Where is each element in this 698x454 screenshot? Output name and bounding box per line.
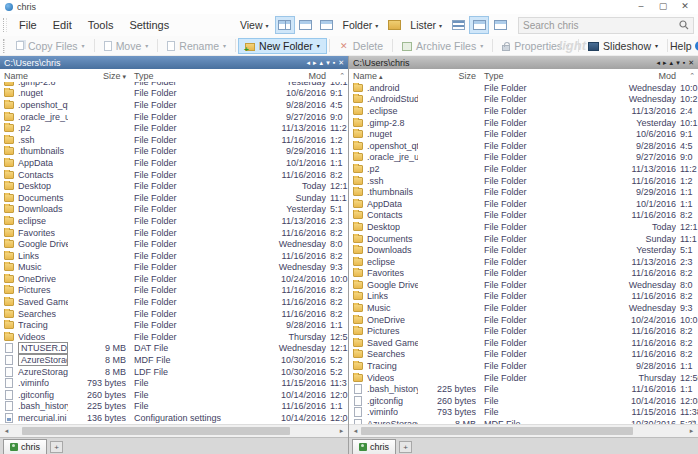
column-header-mod[interactable]: Mod: [602, 71, 676, 81]
back-icon[interactable]: ◂: [307, 56, 311, 69]
column-header-type[interactable]: Type: [476, 71, 602, 81]
up-icon[interactable]: ▴: [320, 56, 324, 69]
file-row[interactable]: .viminfo793 bytesFile11/15/201611:38: [349, 407, 698, 419]
move-button[interactable]: Move▾: [97, 38, 156, 54]
pane-close-icon[interactable]: ✕: [338, 56, 344, 69]
file-row[interactable]: DocumentsFile FolderSunday11:1: [0, 192, 348, 204]
menu-item-edit[interactable]: Edit: [45, 19, 80, 31]
file-row[interactable]: DesktopFile FolderToday12:1: [349, 221, 698, 233]
search-input[interactable]: [523, 20, 679, 31]
archive-files-button[interactable]: Archive Files▾: [395, 38, 490, 54]
new-tab-button[interactable]: +: [399, 441, 412, 453]
file-row[interactable]: ContactsFile Folder11/16/20168:2: [349, 210, 698, 222]
file-row[interactable]: AzureStorageEmulatorDb45_log.ldf8 MBLDF …: [0, 366, 348, 378]
scroll-left-icon[interactable]: ◂: [1, 425, 12, 437]
file-row[interactable]: .gitconfig260 bytesFile10/14/201612:08: [349, 395, 698, 407]
options-icon[interactable]: ▪: [333, 56, 335, 69]
file-row[interactable]: TracingFile Folder9/28/20161:1: [349, 360, 698, 372]
column-header-type[interactable]: Type: [126, 71, 252, 81]
menu-item-file[interactable]: File: [11, 19, 45, 31]
file-row[interactable]: NTUSER.DAT9 MBDAT FileWednesday12:1: [0, 343, 348, 355]
file-row[interactable]: .p2File Folder11/13/201611:2: [0, 122, 348, 134]
pane-tab-chris[interactable]: chris: [352, 439, 396, 454]
file-row[interactable]: SearchesFile Folder11/16/20168:2: [0, 308, 348, 320]
file-row[interactable]: AppDataFile Folder10/1/20161:1: [349, 198, 698, 210]
file-row[interactable]: MusicFile FolderWednesday9:3: [349, 302, 698, 314]
copy-files-button[interactable]: Copy Files▾: [9, 38, 92, 54]
file-row[interactable]: .gimp-2.8File FolderYesterday10:1: [0, 82, 348, 88]
down-icon[interactable]: ▾: [326, 56, 330, 69]
file-row[interactable]: VideosFile FolderThursday12:5: [0, 331, 348, 343]
file-row[interactable]: AzureStorageEmulatorDb45.mdf8 MBMDF File…: [0, 354, 348, 366]
up-icon[interactable]: ▴: [670, 56, 674, 69]
options-icon[interactable]: ▪: [683, 56, 685, 69]
down-icon[interactable]: ▾: [676, 56, 680, 69]
horizontal-scrollbar[interactable]: ◂▸: [0, 424, 348, 437]
forward-icon[interactable]: ▸: [663, 56, 667, 69]
scroll-right-icon[interactable]: ▸: [336, 425, 347, 437]
file-row[interactable]: Saved GamesFile Folder11/16/20168:2: [0, 296, 348, 308]
file-row[interactable]: .AndroidStudio2.2File FolderWednesday10:…: [349, 94, 698, 106]
lister-list-button[interactable]: [469, 16, 489, 34]
view-single-pane-button[interactable]: [296, 16, 316, 34]
file-row[interactable]: MusicFile FolderWednesday9:3: [0, 262, 348, 274]
scroll-up-icon[interactable]: ⌃: [676, 72, 698, 80]
file-row[interactable]: LinksFile Folder11/16/20168:2: [0, 250, 348, 262]
scroll-down-icon[interactable]: ⌄: [340, 416, 346, 424]
menu-item-settings[interactable]: Settings: [121, 19, 177, 31]
file-row[interactable]: DownloadsFile FolderYesterday5:1: [349, 244, 698, 256]
file-row[interactable]: .gitconfig260 bytesFile10/14/201612:0: [0, 389, 348, 401]
file-row[interactable]: .nugetFile Folder10/6/20169:1: [0, 88, 348, 100]
horizontal-scrollbar[interactable]: ◂▸: [349, 424, 698, 437]
column-header-size[interactable]: Size: [418, 71, 476, 81]
file-row[interactable]: .bash_history225 bytesFile11/16/20161:1: [349, 383, 698, 395]
file-row[interactable]: .openshot_qtFile Folder9/28/20164:5: [0, 99, 348, 111]
scroll-up-icon[interactable]: ⌃: [326, 72, 348, 80]
forward-icon[interactable]: ▸: [313, 56, 317, 69]
pane-close-icon[interactable]: ✕: [688, 56, 694, 69]
file-row[interactable]: .thumbnailsFile Folder9/29/20161:1: [0, 146, 348, 158]
pane-tab-chris[interactable]: chris: [3, 439, 47, 454]
new-tab-button[interactable]: +: [50, 441, 63, 453]
new-folder-button[interactable]: New Folder▾: [238, 38, 327, 54]
scroll-left-icon[interactable]: ◂: [350, 425, 361, 437]
help-button[interactable]: Help ? ▾: [670, 40, 698, 52]
file-row[interactable]: mercurial.ini136 bytesConfiguration sett…: [0, 412, 348, 424]
file-row[interactable]: .p2File Folder11/13/201611:2: [349, 163, 698, 175]
column-header-size[interactable]: Size ▾: [68, 71, 126, 81]
file-row[interactable]: DownloadsFile FolderYesterday5:1: [0, 204, 348, 216]
delete-button[interactable]: ✕Delete: [332, 38, 390, 54]
scroll-down-icon[interactable]: ⌄: [690, 416, 696, 424]
file-row[interactable]: PicturesFile Folder11/16/20168:2: [349, 325, 698, 337]
lister-dropdown[interactable]: Lister ▾: [405, 19, 447, 31]
file-row[interactable]: FavoritesFile Folder11/16/20168:2: [0, 227, 348, 239]
file-row[interactable]: OneDriveFile Folder10/24/201610:0: [349, 314, 698, 326]
pane-path-bar[interactable]: C:\Users\chris◂▸▴▾▪✕: [349, 56, 698, 69]
file-row[interactable]: Saved GamesFile Folder11/16/20168:2: [349, 337, 698, 349]
file-row[interactable]: eclipseFile Folder11/13/20162:3: [0, 215, 348, 227]
file-row[interactable]: SearchesFile Folder11/16/20168:2: [349, 349, 698, 361]
back-icon[interactable]: ◂: [657, 56, 661, 69]
file-row[interactable]: .thumbnailsFile Folder9/29/20161:1: [349, 186, 698, 198]
scrollbar-thumb[interactable]: [361, 427, 633, 435]
file-row[interactable]: .openshot_qtFile Folder9/28/20164:5: [349, 140, 698, 152]
file-row[interactable]: VideosFile FolderThursday12:50: [349, 372, 698, 384]
file-row[interactable]: .sshFile Folder11/16/20161:2: [349, 175, 698, 187]
file-row[interactable]: DesktopFile FolderToday12:1: [0, 180, 348, 192]
file-row[interactable]: .nugetFile Folder10/6/20169:1: [349, 128, 698, 140]
pane-path-bar[interactable]: C:\Users\chris◂▸▴▾▪✕: [0, 56, 348, 69]
menu-item-tools[interactable]: Tools: [80, 19, 122, 31]
file-row[interactable]: .sshFile Folder11/16/20161:2: [0, 134, 348, 146]
close-icon[interactable]: ✕: [674, 0, 696, 13]
file-row[interactable]: DocumentsFile FolderSunday11:1: [349, 233, 698, 245]
view-dual-pane-button[interactable]: [275, 16, 295, 34]
file-row[interactable]: PicturesFile Folder11/16/20168:2: [0, 285, 348, 297]
file-row[interactable]: .bash_history225 bytesFile11/16/20161:1: [0, 401, 348, 413]
maximize-icon[interactable]: ▢: [652, 0, 674, 13]
file-row[interactable]: AppDataFile Folder10/1/20161:1: [0, 157, 348, 169]
file-row[interactable]: TracingFile Folder9/28/20161:1: [0, 319, 348, 331]
slideshow-button[interactable]: Slideshow▾: [581, 38, 665, 54]
scroll-right-icon[interactable]: ▸: [686, 425, 697, 437]
file-row[interactable]: Google DriveFile FolderWednesday8:0: [0, 238, 348, 250]
file-row[interactable]: Google DriveFile FolderWednesday8:0: [349, 279, 698, 291]
